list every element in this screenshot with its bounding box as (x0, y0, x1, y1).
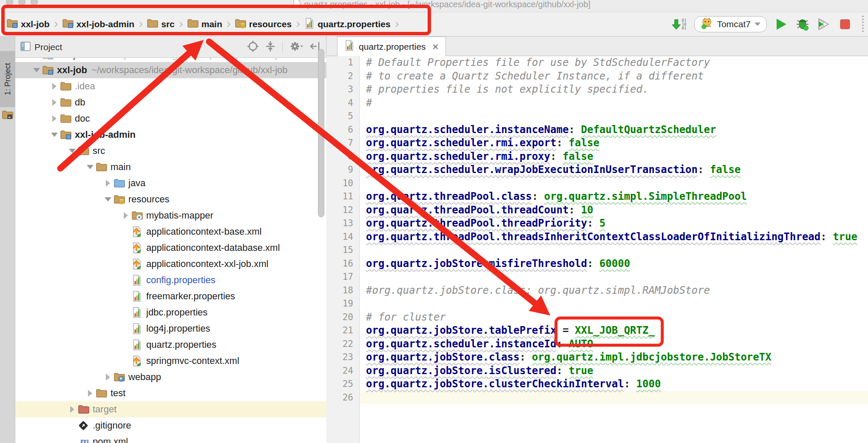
line-number: 23 (327, 351, 353, 364)
code-line-22[interactable]: org.quartz.scheduler.instanceId: AUTO (366, 338, 868, 351)
chevron-collapsed-icon[interactable] (106, 180, 110, 187)
tree-row-applicationcontext-database-xml[interactable]: applicationcontext-database.xml (15, 240, 326, 256)
minimize-window-icon[interactable] (18, 0, 26, 6)
tree-row-jdbc-properties[interactable]: jdbc.properties (15, 304, 326, 321)
tool-window-tab-project[interactable]: 1: Project (0, 51, 15, 107)
settings-gear-icon[interactable] (289, 41, 303, 54)
breadcrumb-item-quartz.properties[interactable]: quartz.properties (304, 18, 391, 31)
tree-row-quartz-properties[interactable]: quartz.properties (15, 337, 326, 353)
tree-row-xxl-job-admin[interactable]: xxl-job-admin (15, 127, 326, 143)
code-line-10[interactable] (366, 177, 868, 190)
code-area[interactable]: # Default Properties file for use by Std… (360, 56, 868, 443)
tree-row-resources[interactable]: resources (15, 191, 326, 207)
chevron-collapsed-icon[interactable] (70, 406, 74, 413)
tree-row-config-properties[interactable]: config.properties (15, 272, 326, 288)
tree-row-mybatis-mapper[interactable]: mybatis-mapper (15, 207, 326, 224)
code-segment: org.quartz.impl.jdbcjobstore.JobStoreTX (532, 351, 772, 363)
zoom-window-icon[interactable] (31, 0, 38, 6)
tree-row-xxl-job[interactable]: xxl-job~/workspaces/idea-git-workspace/g… (15, 58, 326, 62)
debug-button[interactable] (796, 17, 809, 31)
stop-button[interactable] (838, 17, 852, 31)
chevron-expanded-icon[interactable] (51, 133, 58, 137)
breadcrumb-item-resources[interactable]: resources (234, 18, 292, 31)
tree-row-applicationcontext-base-xml[interactable]: applicationcontext-base.xml (15, 224, 326, 240)
breadcrumb-item-xxl-job[interactable]: xxl-job (6, 18, 51, 31)
tree-row-db[interactable]: db (15, 94, 326, 111)
code-segment: # for cluster (366, 311, 446, 323)
collapse-all-icon[interactable] (265, 41, 275, 54)
run-button[interactable] (774, 17, 788, 31)
code-line-23[interactable]: org.quartz.jobStore.class: org.quartz.im… (366, 351, 868, 364)
close-window-icon[interactable] (6, 0, 13, 6)
code-segment: : (556, 137, 569, 149)
code-line-4[interactable]: # (366, 97, 868, 110)
tree-scrollbar-thumb[interactable] (318, 49, 324, 217)
tree-row-src[interactable]: src (15, 143, 326, 159)
code-line-17[interactable] (366, 270, 868, 284)
chevron-collapsed-icon[interactable] (88, 390, 92, 397)
chevron-expanded-icon[interactable] (69, 149, 76, 153)
tree-row-target[interactable]: target (15, 401, 326, 417)
code-line-2[interactable]: # to create a Quartz Scheduler Instance,… (366, 70, 868, 83)
close-tab-icon[interactable]: × (433, 43, 439, 51)
code-line-14[interactable]: org.quartz.threadPool.threadsInheritCont… (366, 230, 868, 244)
editor-tab-quartz-properties[interactable]: quartz.properties × (337, 37, 446, 56)
chevron-collapsed-icon[interactable] (52, 83, 57, 90)
locate-icon[interactable] (247, 41, 258, 54)
code-line-15[interactable] (366, 244, 868, 257)
code-line-24[interactable]: org.quartz.jobStore.isClustered: true (366, 364, 868, 378)
chevron-expanded-icon[interactable] (33, 68, 40, 72)
tree-row-test[interactable]: test (15, 385, 326, 401)
code-line-13[interactable]: org.quartz.threadPool.threadPriority: 5 (366, 217, 868, 230)
tree-row-freemarker-properties[interactable]: freemarker.properties (15, 288, 326, 304)
code-line-9[interactable]: org.quartz.scheduler.wrapJobExecutionInU… (366, 163, 868, 177)
chevron-collapsed-icon[interactable] (52, 99, 57, 106)
tree-row--idea[interactable]: .idea (15, 78, 326, 94)
breadcrumb-item-xxl-job-admin[interactable]: xxl-job-admin (62, 18, 136, 31)
project-view-selector[interactable]: Project (20, 37, 62, 58)
code-line-26[interactable] (360, 391, 868, 405)
code-line-1[interactable]: # Default Properties file for use by Std… (366, 56, 868, 70)
tree-row-log4j-properties[interactable]: log4j.properties (15, 321, 326, 337)
tree-row-applicationcontext-xxl-job-xml[interactable]: applicationcontext-xxl-job.xml (15, 256, 326, 272)
code-line-6[interactable]: org.quartz.scheduler.instanceName: Defau… (366, 123, 868, 137)
tree-row-main[interactable]: main (15, 159, 326, 175)
code-line-25[interactable]: org.quartz.jobStore.clusterCheckinInterv… (366, 378, 868, 391)
properties-file-icon (132, 291, 143, 302)
chevron-collapsed-icon[interactable] (52, 115, 57, 122)
code-line-7[interactable]: org.quartz.scheduler.rmi.export: false (366, 136, 868, 150)
svg-text:m: m (79, 437, 88, 443)
code-line-5[interactable] (366, 110, 868, 123)
breadcrumb-item-main[interactable]: main (187, 18, 223, 31)
tree-row-xxl-job[interactable]: xxl-job~/workspaces/idea-git-workspace/g… (15, 62, 326, 78)
update-application-icon[interactable]: 011001 (672, 19, 686, 30)
code-line-19[interactable] (366, 297, 868, 311)
code-line-20[interactable]: # for cluster (366, 311, 868, 324)
chevron-down-icon[interactable] (187, 46, 194, 50)
tree-row-pom-xml[interactable]: mpom.xml (15, 434, 326, 443)
code-segment: org.quartz.jobStore.clusterCheckinInterv… (366, 378, 624, 390)
chevron-collapsed-icon[interactable] (124, 212, 128, 219)
code-segment: 60000 (599, 258, 630, 270)
tree-row--gitignore[interactable]: .gitignore (15, 417, 326, 434)
code-line-18[interactable]: #org.quartz.jobStore.class: org.quartz.s… (366, 284, 868, 298)
tree-row-java[interactable]: java (15, 175, 326, 191)
run-with-coverage-button[interactable] (817, 17, 831, 31)
code-line-8[interactable]: org.quartz.scheduler.rmi.proxy: false (366, 150, 868, 164)
chevron-expanded-icon[interactable] (105, 197, 111, 202)
breadcrumb-item-src[interactable]: src (146, 18, 176, 31)
run-configuration-select[interactable]: Tomcat7 (694, 16, 767, 32)
code-line-11[interactable]: org.quartz.threadPool.class: org.quartz.… (366, 190, 868, 204)
breadcrumb-label: resources (249, 19, 292, 29)
code-line-12[interactable]: org.quartz.threadPool.threadCount: 10 (366, 204, 868, 217)
code-line-21[interactable]: org.quartz.jobStore.tablePrefix = XXL_JO… (366, 324, 868, 338)
chevron-expanded-icon[interactable] (87, 165, 94, 169)
editor-tab-bar: quartz.properties × (327, 37, 868, 56)
tree-row-webapp[interactable]: webapp (15, 369, 326, 385)
code-line-16[interactable]: org.quartz.jobStore.misfireThreshold: 60… (366, 257, 868, 271)
project-tool-icon[interactable] (2, 110, 13, 122)
tree-row-springmvc-context-xml[interactable]: springmvc-context.xml (15, 353, 326, 369)
chevron-collapsed-icon[interactable] (106, 374, 110, 381)
tree-row-doc[interactable]: doc (15, 111, 326, 127)
code-line-3[interactable]: # properties file is not explicitly spec… (366, 83, 868, 97)
